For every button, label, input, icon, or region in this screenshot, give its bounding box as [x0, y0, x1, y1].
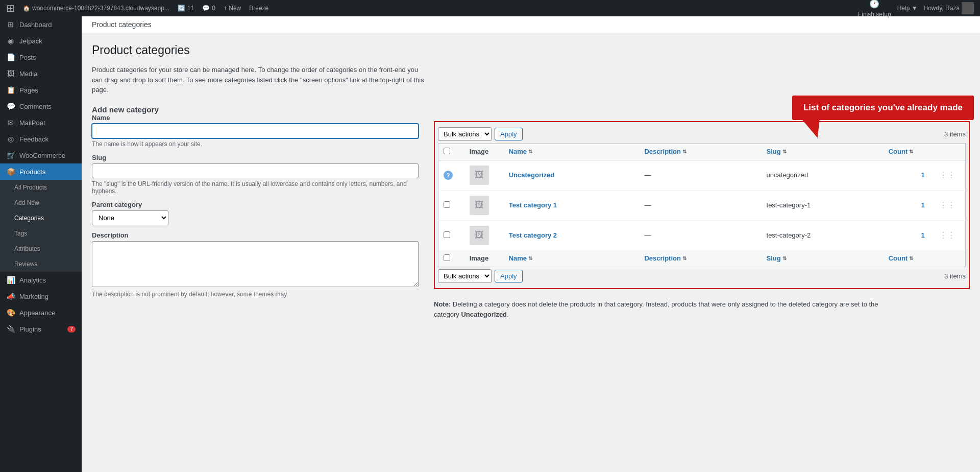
sidebar-item-add-new[interactable]: Add New: [0, 195, 82, 210]
row-drag-3[interactable]: ⋮⋮: [930, 220, 966, 250]
footer-count[interactable]: Count ⇅: [884, 250, 930, 267]
name-sort-link-footer[interactable]: Name ⇅: [509, 254, 634, 262]
row-cb-3: [438, 220, 464, 250]
row-drag-1[interactable]: ⋮⋮: [930, 160, 966, 190]
drag-icon: ⋮⋮: [939, 171, 955, 179]
description-field-group: Description The description is not promi…: [92, 231, 419, 298]
table-row: ? 🖼 Uncategorized: [438, 160, 966, 190]
comments-icon[interactable]: 💬 0: [202, 5, 215, 12]
sidebar-item-marketing[interactable]: 📣 Marketing: [0, 288, 82, 304]
image-placeholder: 🖼: [470, 166, 489, 185]
col-header-count[interactable]: Count ⇅: [884, 143, 930, 160]
plugins-icon: 🔌: [6, 325, 15, 333]
appearance-icon: 🎨: [6, 309, 15, 317]
main-content: Product categories Product categories Pr…: [82, 16, 980, 472]
name-input[interactable]: [92, 124, 419, 138]
new-content[interactable]: + New: [224, 5, 241, 12]
row-desc-1: —: [639, 160, 761, 190]
count-link-1[interactable]: 1: [921, 171, 924, 179]
sidebar-item-tags[interactable]: Tags: [0, 226, 82, 241]
plugin-link[interactable]: Breeze: [249, 5, 268, 12]
desc-sort-link-footer[interactable]: Description ⇅: [644, 254, 756, 262]
help-button[interactable]: Help ▼: [897, 5, 918, 12]
search-input[interactable]: [801, 105, 903, 118]
finish-setup[interactable]: 🕐 Finish setup: [858, 0, 891, 18]
description-textarea[interactable]: [92, 241, 419, 287]
row-checkbox-2[interactable]: [444, 201, 450, 208]
row-slug-1: uncategorized: [762, 160, 884, 190]
name-sort-link[interactable]: Name ⇅: [509, 148, 634, 155]
sidebar-item-categories[interactable]: Categories: [0, 210, 82, 226]
search-button[interactable]: Search categories: [905, 105, 970, 118]
col-header-name[interactable]: Name ⇅: [504, 143, 640, 160]
sidebar-item-products[interactable]: 📦 Products: [0, 163, 82, 180]
sidebar-item-all-products[interactable]: All Products: [0, 180, 82, 195]
sidebar-item-plugins[interactable]: 🔌 Plugins 7: [0, 321, 82, 337]
parent-field-group: Parent category None: [92, 201, 419, 225]
sidebar: ⊞ Dashboard ◉ Jetpack 📄 Posts 🖼 Media 📋 …: [0, 16, 82, 472]
site-url[interactable]: 🏠 woocommerce-1008822-3797843.cloudwaysa…: [23, 5, 169, 12]
media-icon: 🖼: [6, 69, 15, 78]
bulk-actions-bottom: Bulk actions Apply 3 items: [438, 267, 966, 285]
col-header-slug[interactable]: Slug ⇅: [762, 143, 884, 160]
sidebar-item-mailpoet[interactable]: ✉ MailPoet: [0, 114, 82, 131]
finish-setup-button[interactable]: Finish setup: [858, 11, 891, 18]
parent-select[interactable]: None: [92, 210, 168, 225]
count-sort-arrows: ⇅: [909, 149, 913, 154]
plugins-badge: 7: [67, 326, 76, 333]
count-sort-link[interactable]: Count ⇅: [889, 148, 925, 155]
name-label: Name: [92, 114, 419, 122]
sidebar-item-comments[interactable]: 💬 Comments: [0, 98, 82, 114]
image-icon: 🖼: [475, 200, 484, 210]
footer-name[interactable]: Name ⇅: [504, 250, 640, 267]
sidebar-item-jetpack[interactable]: ◉ Jetpack: [0, 33, 82, 49]
sidebar-item-pages[interactable]: 📋 Pages: [0, 82, 82, 98]
apply-button-top[interactable]: Apply: [495, 128, 523, 140]
count-link-2[interactable]: 1: [921, 201, 924, 209]
slug-input[interactable]: [92, 163, 419, 178]
category-name-link-3[interactable]: Test category 2: [509, 231, 557, 239]
row-name-3: Test category 2: [504, 220, 640, 250]
sidebar-item-attributes[interactable]: Attributes: [0, 241, 82, 256]
description-sort-link[interactable]: Description ⇅: [644, 148, 756, 155]
footer-desc[interactable]: Description ⇅: [639, 250, 761, 267]
admin-bar: ⊞ 🏠 woocommerce-1008822-3797843.cloudway…: [0, 0, 980, 16]
sidebar-item-woocommerce[interactable]: 🛒 WooCommerce: [0, 147, 82, 163]
slug-sort-link-footer[interactable]: Slug ⇅: [767, 254, 878, 262]
user-greeting[interactable]: Howdy, Raza: [924, 2, 974, 14]
sidebar-item-appearance[interactable]: 🎨 Appearance: [0, 304, 82, 321]
note-section: Note: Deleting a category does not delet…: [434, 299, 893, 321]
note-label: Note:: [434, 300, 451, 308]
table-top-bar: Search categories: [434, 105, 970, 118]
col-header-drag: [930, 143, 966, 160]
apply-button-bottom[interactable]: Apply: [495, 270, 523, 282]
slug-hint: The "slug" is the URL-friendly version o…: [92, 180, 419, 195]
sidebar-item-feedback[interactable]: ◎ Feedback: [0, 131, 82, 147]
sidebar-item-reviews[interactable]: Reviews: [0, 256, 82, 272]
row-drag-2[interactable]: ⋮⋮: [930, 190, 966, 220]
count-link-3[interactable]: 1: [921, 231, 924, 239]
sidebar-item-posts[interactable]: 📄 Posts: [0, 49, 82, 65]
drag-icon: ⋮⋮: [939, 231, 955, 240]
row-image-3: 🖼: [464, 220, 504, 250]
slug-sort-link[interactable]: Slug ⇅: [767, 148, 878, 155]
row-checkbox-3[interactable]: [444, 231, 450, 238]
category-name-link-2[interactable]: Test category 1: [509, 201, 557, 209]
sidebar-item-dashboard[interactable]: ⊞ Dashboard: [0, 16, 82, 33]
updates-icon[interactable]: 🔄 11: [178, 5, 194, 12]
row-cb-2: [438, 190, 464, 220]
items-count-bottom: 3 items: [944, 272, 966, 280]
row-desc-2: —: [639, 190, 761, 220]
footer-slug[interactable]: Slug ⇅: [762, 250, 884, 267]
bulk-actions-select-bottom[interactable]: Bulk actions: [438, 269, 492, 283]
select-all-checkbox[interactable]: [444, 148, 450, 154]
bulk-actions-select-top[interactable]: Bulk actions: [438, 127, 492, 141]
name-field-group: Name The name is how it appears on your …: [92, 114, 419, 148]
category-name-link-1[interactable]: Uncategorized: [509, 171, 555, 179]
wp-logo[interactable]: ⊞: [6, 2, 15, 14]
count-sort-link-footer[interactable]: Count ⇅: [889, 254, 925, 262]
select-all-checkbox-bottom[interactable]: [444, 254, 450, 261]
sidebar-item-analytics[interactable]: 📊 Analytics: [0, 272, 82, 288]
col-header-description[interactable]: Description ⇅: [639, 143, 761, 160]
sidebar-item-media[interactable]: 🖼 Media: [0, 65, 82, 82]
